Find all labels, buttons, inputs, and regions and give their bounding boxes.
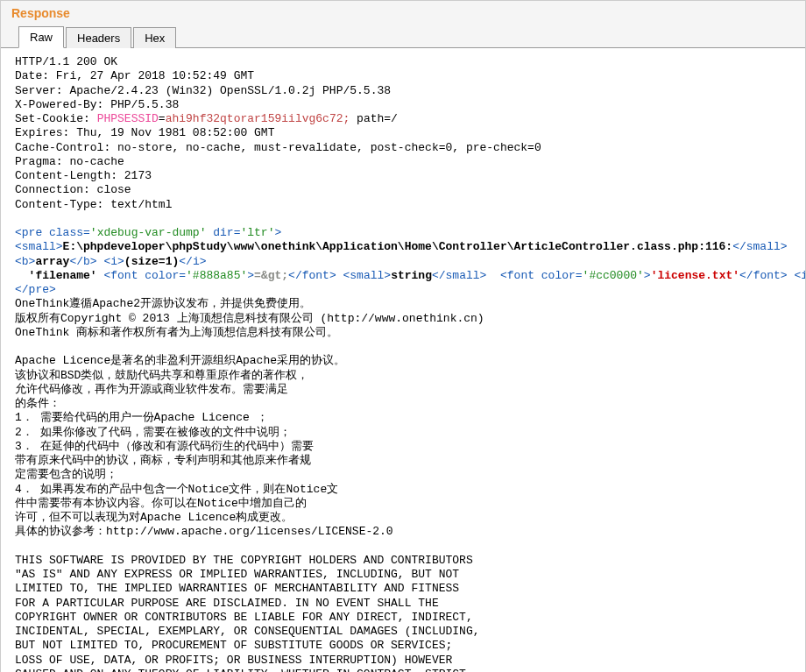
http-connection: Connection: close xyxy=(15,183,131,196)
color-val-1: '#888a85' xyxy=(186,269,247,282)
tab-headers[interactable]: Headers xyxy=(66,27,131,48)
arrow: =&gt; xyxy=(254,269,288,282)
string-word: string xyxy=(391,269,432,282)
pre-tag: pre xyxy=(22,226,42,239)
tabs-bar: Raw Headers Hex xyxy=(1,25,805,48)
http-date: Date: Fri, 27 Apr 2018 10:52:49 GMT xyxy=(15,69,254,82)
pre-dir-attr: dir= xyxy=(206,226,240,239)
pre-gt: > xyxy=(274,226,281,239)
section-title: Response xyxy=(1,1,805,25)
small-close-2: </small> xyxy=(432,269,486,282)
i-open-1: <i> xyxy=(103,255,124,268)
http-expires: Expires: Thu, 19 Nov 1981 08:52:00 GMT xyxy=(15,126,274,139)
pre-dir-val: 'ltr' xyxy=(240,226,274,239)
color-attr-2: color= xyxy=(534,269,583,282)
license-txt: 'license.txt' xyxy=(651,269,739,282)
phpsessid-eq: = xyxy=(159,112,166,125)
i-open-2: <i> xyxy=(794,269,805,282)
font-close-2: </font> xyxy=(739,269,788,282)
array-word: array xyxy=(35,255,69,268)
http-clength: Content-Length: 2173 xyxy=(15,169,152,182)
phpsessid-suffix: path=/ xyxy=(350,112,398,125)
http-server: Server: Apache/2.4.23 (Win32) OpenSSL/1.… xyxy=(15,84,391,97)
pre-class-attr: class= xyxy=(42,226,90,239)
http-xpowered: X-Powered-By: PHP/5.5.38 xyxy=(15,98,179,111)
http-cachectrl: Cache-Control: no-store, no-cache, must-… xyxy=(15,141,541,154)
font-gt-2: > xyxy=(644,269,651,282)
filename-key: 'filename' xyxy=(29,269,97,282)
response-content[interactable]: HTTP/1.1 200 OK Date: Fri, 27 Apr 2018 1… xyxy=(1,48,805,672)
font-gt-1: > xyxy=(247,269,254,282)
phpsessid-key: PHPSESSID xyxy=(97,112,159,125)
color-val-2: '#cc0000' xyxy=(583,269,644,282)
small-open-1: <small> xyxy=(15,240,63,253)
filename-indent xyxy=(15,269,29,282)
file-path: E:\phpdeveloper\phpStudy\www\onethink\Ap… xyxy=(63,240,733,253)
size-text: (size=1) xyxy=(124,255,179,268)
color-attr-1: color= xyxy=(138,269,186,282)
font-open-1: <font xyxy=(97,269,138,282)
http-status: HTTP/1.1 200 OK xyxy=(15,55,117,68)
font-open-2: <font xyxy=(493,269,534,282)
http-ctype: Content-Type: text/html xyxy=(15,198,172,211)
phpsessid-val: ahi9hf32qtorar159iilvg6c72; xyxy=(166,112,350,125)
b-open: <b> xyxy=(15,255,35,268)
pre-lt: < xyxy=(15,226,22,239)
body-text: OneThink遵循Apache2开源协议发布，并提供免费使用。 版权所有Cop… xyxy=(15,297,484,672)
http-setcookie-prefix: Set-Cookie: xyxy=(15,112,97,125)
small-open-2: <small> xyxy=(343,269,392,282)
small-close-1: </small> xyxy=(732,240,787,253)
font-close-1: </font> xyxy=(288,269,336,282)
pre-close: </pre> xyxy=(15,283,56,296)
response-panel: Response Raw Headers Hex HTTP/1.1 200 OK… xyxy=(0,0,806,672)
i-close-1: </i> xyxy=(179,255,206,268)
b-close: </b> xyxy=(69,255,96,268)
tab-hex[interactable]: Hex xyxy=(133,27,176,48)
pre-class-val: 'xdebug-var-dump' xyxy=(90,226,207,239)
http-pragma: Pragma: no-cache xyxy=(15,155,124,168)
tab-raw[interactable]: Raw xyxy=(18,26,64,48)
